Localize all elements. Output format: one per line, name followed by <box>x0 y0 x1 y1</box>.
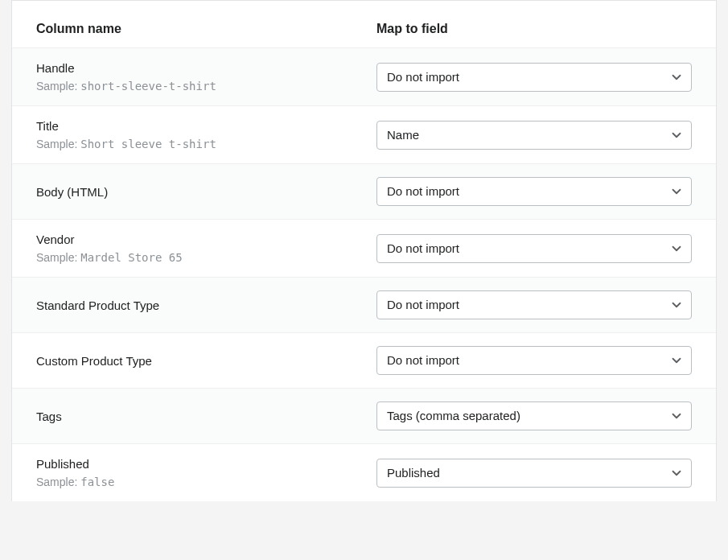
column-info: Published Sample: false <box>36 457 376 488</box>
sample-value: Mardel Store 65 <box>80 251 182 264</box>
map-field-cell: Do not import <box>376 177 692 206</box>
map-field-select-wrap: Tags (comma separated) <box>376 401 692 430</box>
map-field-select[interactable]: Name <box>376 121 692 150</box>
column-info: Vendor Sample: Mardel Store 65 <box>36 233 376 264</box>
sample-value: false <box>80 476 114 488</box>
column-info: Body (HTML) <box>36 185 376 199</box>
column-sample: Sample: Mardel Store 65 <box>36 251 360 264</box>
map-field-select-wrap: Do not import <box>376 346 692 375</box>
map-field-cell: Do not import <box>376 290 692 319</box>
map-field-select-wrap: Do not import <box>376 234 692 263</box>
column-name-label: Body (HTML) <box>36 185 360 199</box>
column-name-label: Handle <box>36 61 360 75</box>
mapping-row: Vendor Sample: Mardel Store 65 Do not im… <box>12 219 716 277</box>
mapping-row: Published Sample: false Published <box>12 443 716 501</box>
column-info: Standard Product Type <box>36 299 376 312</box>
sample-prefix: Sample: <box>36 476 80 488</box>
map-field-select[interactable]: Do not import <box>376 290 692 319</box>
map-field-cell: Do not import <box>376 346 692 375</box>
map-field-cell: Do not import <box>376 234 692 263</box>
column-name-label: Vendor <box>36 233 360 246</box>
mapping-row: Standard Product Type Do not import <box>12 277 716 332</box>
mapping-row: Custom Product Type Do not import <box>12 332 716 388</box>
sample-value: short-sleeve-t-shirt <box>80 80 216 93</box>
map-field-select[interactable]: Do not import <box>376 177 692 206</box>
map-field-select-wrap: Do not import <box>376 63 692 92</box>
sample-prefix: Sample: <box>36 138 80 150</box>
panel-top-spacer <box>12 1 716 10</box>
map-field-cell: Published <box>376 459 692 488</box>
column-sample: Sample: Short sleeve t-shirt <box>36 138 360 150</box>
column-name-label: Standard Product Type <box>36 299 360 312</box>
column-info: Custom Product Type <box>36 354 376 368</box>
column-name-label: Published <box>36 457 360 471</box>
column-info: Tags <box>36 410 376 423</box>
sample-prefix: Sample: <box>36 251 80 264</box>
header-column-name: Column name <box>36 22 376 36</box>
mapping-header-row: Column name Map to field <box>12 10 716 47</box>
column-name-label: Title <box>36 119 360 133</box>
map-field-select[interactable]: Do not import <box>376 346 692 375</box>
header-map-to-field: Map to field <box>376 22 692 36</box>
sample-value: Short sleeve t-shirt <box>80 138 216 150</box>
map-field-select[interactable]: Tags (comma separated) <box>376 401 692 430</box>
mapping-row: Title Sample: Short sleeve t-shirt Name <box>12 105 716 163</box>
map-field-cell: Do not import <box>376 63 692 92</box>
mapping-row: Handle Sample: short-sleeve-t-shirt Do n… <box>12 47 716 105</box>
import-mapping-panel: Column name Map to field Handle Sample: … <box>11 0 717 501</box>
map-field-select-wrap: Do not import <box>376 177 692 206</box>
column-sample: Sample: false <box>36 476 360 488</box>
column-sample: Sample: short-sleeve-t-shirt <box>36 80 360 93</box>
map-field-select[interactable]: Published <box>376 459 692 488</box>
mapping-rows: Handle Sample: short-sleeve-t-shirt Do n… <box>12 47 716 501</box>
mapping-row: Tags Tags (comma separated) <box>12 388 716 443</box>
column-name-label: Tags <box>36 410 360 423</box>
column-name-label: Custom Product Type <box>36 354 360 368</box>
map-field-select[interactable]: Do not import <box>376 234 692 263</box>
column-info: Handle Sample: short-sleeve-t-shirt <box>36 61 376 93</box>
sample-prefix: Sample: <box>36 80 80 93</box>
mapping-row: Body (HTML) Do not import <box>12 163 716 219</box>
map-field-select-wrap: Published <box>376 459 692 488</box>
column-info: Title Sample: Short sleeve t-shirt <box>36 119 376 150</box>
map-field-select-wrap: Do not import <box>376 290 692 319</box>
map-field-cell: Name <box>376 121 692 150</box>
map-field-select-wrap: Name <box>376 121 692 150</box>
map-field-select[interactable]: Do not import <box>376 63 692 92</box>
map-field-cell: Tags (comma separated) <box>376 401 692 430</box>
